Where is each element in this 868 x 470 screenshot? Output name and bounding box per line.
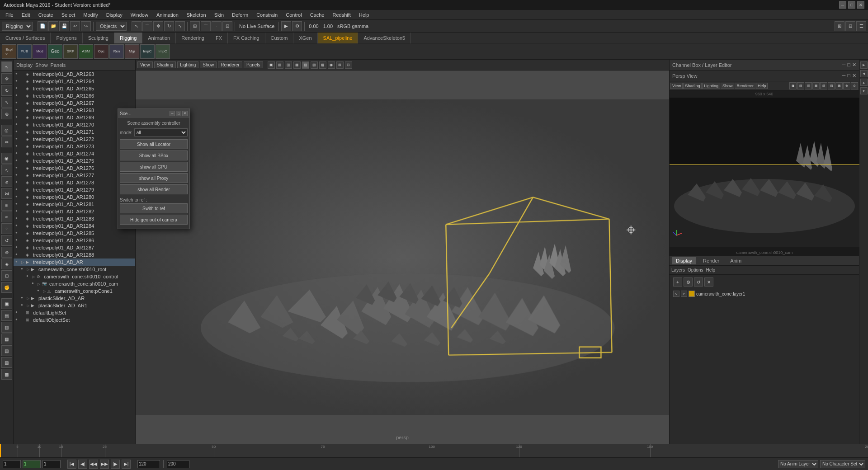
switch-to-ref-button[interactable]: Swith to ref <box>120 203 188 213</box>
tab-rendering[interactable]: Rendering <box>176 33 210 43</box>
outliner-item-6[interactable]: ●◈treelowpoly01_AD_AR1269 <box>14 114 135 121</box>
sculpt-button[interactable]: ◉ <box>1 153 12 164</box>
soft-select-button[interactable]: ◎ <box>1 125 12 136</box>
pv-tb7[interactable]: ▩ <box>835 82 843 89</box>
maximize-button[interactable]: □ <box>848 1 855 9</box>
tool1-button[interactable]: ▣ <box>1 298 12 309</box>
vp-renderer-menu[interactable]: Renderer <box>218 61 242 68</box>
timeline-start-input[interactable] <box>3 460 21 468</box>
tab-fx[interactable]: FX <box>210 33 228 43</box>
cb-tab-render[interactable]: Render <box>699 257 723 264</box>
outliner-item-23[interactable]: ●◈treelowpoly01_AD_AR1286 <box>14 237 135 244</box>
outliner-item-18[interactable]: ●◈treelowpoly01_AD_AR1281 <box>14 201 135 208</box>
layer-delete-btn[interactable]: ✕ <box>704 277 713 287</box>
pv-tb9[interactable]: ⊙ <box>851 82 858 89</box>
step-back-button[interactable]: ◀| <box>78 460 87 469</box>
outliner-item-15[interactable]: ●◈treelowpoly01_AD_AR1278 <box>14 179 135 186</box>
show-all-gpu-button[interactable]: show all GPU <box>120 162 188 172</box>
outliner-item-21[interactable]: ●◈treelowpoly01_AD_AR1284 <box>14 222 135 230</box>
vp-tb-1[interactable]: ▣ <box>268 61 275 69</box>
outliner-display-menu[interactable]: Display <box>16 62 33 68</box>
layer-options-btn[interactable]: ⚙ <box>684 277 693 287</box>
relax-button[interactable]: ∿ <box>1 164 12 175</box>
outliner-item-19[interactable]: ●◈treelowpoly01_AD_AR1282 <box>14 208 135 215</box>
menu-cache[interactable]: Cache <box>307 11 328 19</box>
vp-view-menu[interactable]: View <box>137 61 153 68</box>
move-tool-button[interactable]: ✥ <box>153 21 163 31</box>
outliner-item-33[interactable]: ●⊞defaultLightSet <box>14 309 135 316</box>
scale-tool-button[interactable]: ⤡ <box>175 21 185 31</box>
shelf-manager[interactable]: Mgr <box>125 44 139 59</box>
go-to-start-button[interactable]: |◀ <box>67 460 76 469</box>
outliner-item-4[interactable]: ●◈treelowpoly01_AD_AR1267 <box>14 99 135 107</box>
tool7-button[interactable]: ▩ <box>1 369 12 380</box>
dialog-titlebar[interactable]: Sce... ─ □ ✕ <box>118 109 189 118</box>
menu-constrain[interactable]: Constrain <box>253 11 281 19</box>
outliner-item-0[interactable]: ●◈treelowpoly01_AD_AR1263 <box>14 70 135 78</box>
tool3-button[interactable]: ▥ <box>1 322 12 333</box>
layer-add-btn[interactable]: + <box>673 277 682 287</box>
go-to-end-button[interactable]: ▶| <box>122 460 131 469</box>
cb-sub-layers[interactable]: Layers <box>671 268 685 273</box>
vp-tb-8[interactable]: ◉ <box>328 61 335 69</box>
vp-panels-menu[interactable]: Panels <box>244 61 263 68</box>
outliner-item-5[interactable]: ●◈treelowpoly01_AD_AR1268 <box>14 107 135 114</box>
shelf-impcar1[interactable]: ImpC <box>140 44 155 59</box>
show-all-render-button[interactable]: show all Render <box>120 184 188 194</box>
layer-color-swatch[interactable] <box>689 291 695 297</box>
outliner-item-25[interactable]: ●◈treelowpoly01_AD_AR1288 <box>14 251 135 258</box>
tab-advance-skeleton[interactable]: AdvanceSkeleton5 <box>358 33 411 43</box>
outliner-item-22[interactable]: ●◈treelowpoly01_AD_AR1285 <box>14 230 135 237</box>
menu-edit[interactable]: Edit <box>18 11 34 19</box>
outliner-panels-menu[interactable]: Panels <box>51 62 66 68</box>
menu-help[interactable]: Help <box>355 11 373 19</box>
timeline-bar[interactable]: 151015255075100120150200 <box>0 444 868 457</box>
close-button[interactable]: ✕ <box>857 1 864 9</box>
outliner-item-11[interactable]: ●◈treelowpoly01_AD_AR1274 <box>14 150 135 157</box>
dialog-mode-select[interactable]: all <box>134 128 188 136</box>
cb-tab-anim[interactable]: Anim <box>726 257 745 264</box>
outliner-item-9[interactable]: ●◈treelowpoly01_AD_AR1272 <box>14 136 135 143</box>
dialog-close[interactable]: ✕ <box>182 111 188 116</box>
vp-tb-9[interactable]: ⊞ <box>336 61 344 69</box>
select-tool-button[interactable]: ↖ <box>132 21 142 31</box>
pv-tb2[interactable]: ▤ <box>797 82 804 89</box>
shelf-impcar2[interactable]: ImpC <box>156 44 170 59</box>
menu-create[interactable]: Create <box>35 11 57 19</box>
snap-grid-button[interactable]: ⊞ <box>190 21 200 31</box>
tab-sculpting[interactable]: Sculpting <box>83 33 114 43</box>
pv-tb8[interactable]: ⊕ <box>843 82 850 89</box>
char-set-select[interactable]: No Character Set <box>820 460 865 468</box>
tab-curves-surfaces[interactable]: Curves / Surfaces <box>0 33 51 43</box>
menu-display[interactable]: Display <box>103 11 126 19</box>
pv-help-menu[interactable]: Help <box>756 83 768 89</box>
range-end-input[interactable] <box>167 460 189 468</box>
show-all-locator-button[interactable]: Show all Locator <box>120 139 188 149</box>
rotate-mode-button[interactable]: ↻ <box>1 85 12 96</box>
move-mode-button[interactable]: ✥ <box>1 73 12 84</box>
snap-view-button[interactable]: ⊡ <box>222 21 232 31</box>
outliner-item-12[interactable]: ●◈treelowpoly01_AD_AR1275 <box>14 157 135 164</box>
pv-tb4[interactable]: ▦ <box>812 82 820 89</box>
wax-button[interactable]: ◈ <box>1 258 12 269</box>
menu-skin[interactable]: Skin <box>211 11 227 19</box>
tab-xgen[interactable]: XGen <box>293 33 317 43</box>
rs-btn2[interactable]: ◀ <box>860 70 868 77</box>
outliner-item-28[interactable]: ●▷⊙camerawith_cone:sh0010_control <box>14 273 135 280</box>
outliner-item-32[interactable]: ●▷▶plasticSlider_AD_AR1 <box>14 302 135 309</box>
snap-curve-button[interactable]: ⌒ <box>201 21 211 31</box>
outliner-item-10[interactable]: ●◈treelowpoly01_AD_AR1273 <box>14 143 135 150</box>
shelf-srp[interactable]: SRP <box>63 44 78 59</box>
tab-rigging[interactable]: Rigging <box>114 33 142 43</box>
tab-sal-pipeline[interactable]: SAL_pipeline <box>318 33 359 43</box>
persp-view-maximize[interactable]: □ <box>847 73 850 79</box>
grab-button[interactable]: ✊ <box>1 282 12 293</box>
persp-view-canvas[interactable]: camerawith_cone:sh0010_cam <box>670 98 859 256</box>
vp-tb-7[interactable]: ▩ <box>319 61 326 69</box>
render-settings-button[interactable]: ⚙ <box>292 21 302 31</box>
vp-tb-5[interactable]: ▧ <box>302 61 309 69</box>
shelf-opc[interactable]: Opc <box>94 44 108 59</box>
tool5-button[interactable]: ▧ <box>1 345 12 356</box>
menu-file[interactable]: File <box>2 11 17 19</box>
dialog-maximize[interactable]: □ <box>176 111 181 116</box>
